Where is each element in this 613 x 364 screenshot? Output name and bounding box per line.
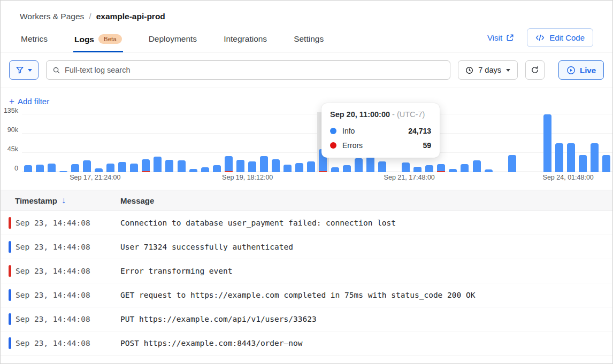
bar-slot[interactable] [140, 112, 152, 172]
bar-slot[interactable] [270, 112, 282, 172]
add-filter-button[interactable]: + Add filter [9, 97, 49, 106]
timestamp-column-header[interactable]: Timestamp ↓ [1, 196, 120, 205]
bar-slot[interactable] [164, 112, 175, 172]
bar-slot[interactable] [105, 112, 117, 172]
bar-stack [130, 164, 138, 172]
tab-settings[interactable]: Settings [293, 28, 325, 52]
bar-slot[interactable] [494, 112, 506, 172]
table-row[interactable]: Sep 23, 14:44:08User 71324 successfully … [1, 235, 612, 259]
filter-dropdown-button[interactable] [9, 60, 39, 80]
tooltip-series-value: 24,713 [408, 127, 431, 135]
log-message: POST https://example.com:8443/order–now [120, 339, 302, 347]
external-link-icon [506, 34, 514, 42]
bar-slot[interactable] [45, 112, 57, 172]
bar-stack [24, 165, 32, 172]
live-button[interactable]: Live [558, 60, 604, 80]
play-circle-icon [566, 66, 576, 75]
log-timestamp: Sep 23, 14:44:08 [1, 243, 120, 251]
bar-slot[interactable] [305, 112, 317, 172]
chart-bars [22, 112, 612, 172]
bar-stack [343, 165, 351, 172]
table-row[interactable]: Sep 23, 14:44:08PUT https://example.com/… [1, 307, 612, 331]
bar-slot[interactable] [541, 112, 553, 172]
tab-integrations[interactable]: Integrations [223, 28, 268, 52]
bar-stack [118, 162, 126, 172]
header-actions: Visit Edit Code [487, 28, 593, 52]
bar-slot[interactable] [246, 112, 258, 172]
search-box[interactable] [46, 60, 450, 80]
visit-link[interactable]: Visit [487, 33, 514, 42]
bar-slot[interactable] [294, 112, 305, 172]
bar-slot[interactable] [282, 112, 294, 172]
bar-slot[interactable] [175, 112, 187, 172]
bar-stack [106, 164, 114, 172]
search-input[interactable] [65, 66, 444, 74]
bar-stack [307, 161, 315, 172]
info-bar [331, 167, 339, 172]
bar-slot[interactable] [447, 112, 459, 172]
refresh-button[interactable] [525, 60, 545, 80]
bar-slot[interactable] [565, 112, 577, 172]
log-timestamp: Sep 23, 14:44:08 [1, 339, 120, 347]
info-bar [555, 143, 563, 172]
chart-x-axis: Sep 17, 21:24:00Sep 19, 18:12:00Sep 21, … [22, 172, 612, 183]
chart-plot [22, 112, 612, 172]
log-timestamp: Sep 23, 14:44:08 [1, 267, 120, 275]
bar-slot[interactable] [211, 112, 223, 172]
bar-slot[interactable] [554, 112, 565, 172]
bar-slot[interactable] [530, 112, 541, 172]
tab-metrics[interactable]: Metrics [20, 28, 49, 52]
bar-slot[interactable] [577, 112, 589, 172]
bar-stack [591, 143, 599, 172]
bar-slot[interactable] [506, 112, 518, 172]
bar-slot[interactable] [518, 112, 530, 172]
sort-descending-icon[interactable]: ↓ [62, 196, 66, 205]
bar-slot[interactable] [223, 112, 234, 172]
bar-slot[interactable] [69, 112, 81, 172]
legend-dot-info [330, 128, 336, 134]
table-row[interactable]: Sep 23, 14:44:08Connection to database u… [1, 211, 612, 235]
breadcrumb-section[interactable]: Workers & Pages [20, 12, 84, 21]
bar-stack [178, 160, 186, 172]
bar-slot[interactable] [128, 112, 140, 172]
message-column-header[interactable]: Message [120, 196, 154, 205]
bar-stack [260, 156, 268, 172]
bar-slot[interactable] [199, 112, 211, 172]
bar-slot[interactable] [57, 112, 69, 172]
bar-slot[interactable] [234, 112, 246, 172]
log-table-body: Sep 23, 14:44:08Connection to database u… [1, 211, 612, 355]
info-bar [355, 158, 363, 172]
info-bar [106, 164, 114, 172]
bar-stack [402, 162, 410, 172]
bar-stack [95, 168, 103, 172]
edit-code-button[interactable]: Edit Code [527, 28, 593, 47]
bar-slot[interactable] [117, 112, 128, 172]
tabs: MetricsLogsBetaDeploymentsIntegrationsSe… [20, 28, 325, 52]
y-tick-label: 45k [7, 145, 18, 153]
bar-slot[interactable] [471, 112, 482, 172]
bar-slot[interactable] [258, 112, 270, 172]
bar-slot[interactable] [93, 112, 104, 172]
info-bar [425, 165, 433, 172]
bar-slot[interactable] [459, 112, 471, 172]
time-range-label: 7 days [478, 66, 501, 74]
bar-slot[interactable] [187, 112, 199, 172]
bar-slot[interactable] [601, 112, 612, 172]
info-level-indicator [9, 241, 11, 253]
bar-slot[interactable] [34, 112, 45, 172]
info-bar [118, 162, 126, 172]
bar-stack [461, 164, 469, 172]
time-range-dropdown[interactable]: 7 days [458, 60, 518, 80]
bar-slot[interactable] [22, 112, 34, 172]
bar-slot[interactable] [482, 112, 494, 172]
tab-deployments[interactable]: Deployments [148, 28, 198, 52]
bar-slot[interactable] [152, 112, 164, 172]
bar-slot[interactable] [81, 112, 93, 172]
bar-slot[interactable] [589, 112, 601, 172]
table-row[interactable]: Sep 23, 14:44:08GET request to https://e… [1, 283, 612, 307]
table-row[interactable]: Sep 23, 14:44:08Error transforming event [1, 259, 612, 283]
table-row[interactable]: Sep 23, 14:44:08POST https://example.com… [1, 331, 612, 355]
log-timestamp: Sep 23, 14:44:08 [1, 291, 120, 299]
tab-logs[interactable]: LogsBeta [73, 28, 123, 52]
tab-label: Settings [294, 34, 324, 43]
